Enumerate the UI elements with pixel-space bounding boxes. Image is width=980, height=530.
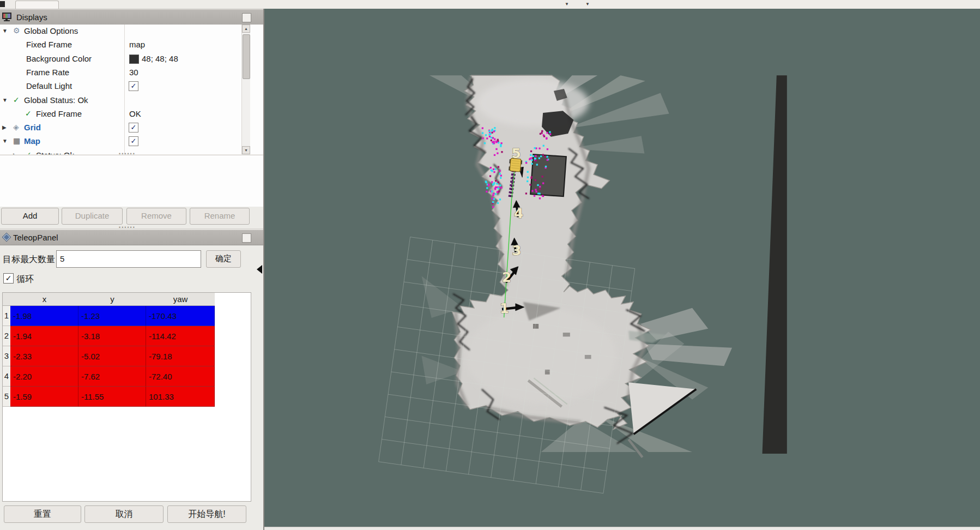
add-button[interactable]: Add xyxy=(1,208,59,225)
chevron-down-icon[interactable]: ▼ xyxy=(2,97,8,103)
teleop-panel-header[interactable]: TeleopPanel xyxy=(0,230,263,245)
duplicate-button[interactable]: Duplicate xyxy=(62,208,123,225)
costmap-dot xyxy=(491,137,492,138)
tree-row-value[interactable]: 48; 48; 48 xyxy=(142,54,178,63)
dropdown-arrow-icon[interactable]: ▼ xyxy=(585,2,590,7)
table-row-number[interactable]: 2 xyxy=(3,326,11,346)
tree-row-value[interactable]: OK xyxy=(129,109,141,118)
displays-tree[interactable]: ▼⚙Global OptionsFixed FramemapBackground… xyxy=(0,25,263,154)
table-header-yaw[interactable]: yaw xyxy=(146,293,215,306)
costmap-dot xyxy=(493,130,495,132)
tree-row-background-color[interactable]: Background Color48; 48; 48 xyxy=(0,52,263,66)
rename-button[interactable]: Rename xyxy=(190,208,250,225)
reset-button[interactable]: 重置 xyxy=(4,505,81,523)
loop-checkbox[interactable]: ✓ xyxy=(3,273,14,284)
start-navigation-button[interactable]: 开始导航! xyxy=(167,505,246,523)
tree-row-default-light[interactable]: Default Light✓ xyxy=(0,80,263,93)
costmap-dot xyxy=(545,156,546,158)
chevron-down-icon[interactable]: ▼ xyxy=(2,138,8,144)
table-cell-yaw[interactable]: -170.43 xyxy=(146,306,215,326)
costmap-dot xyxy=(498,182,499,183)
loop-label: 循环 xyxy=(16,274,34,285)
panel-float-button[interactable] xyxy=(242,13,251,22)
dropdown-arrow-icon[interactable]: ▼ xyxy=(565,2,569,7)
table-cell-y[interactable]: -3.18 xyxy=(78,326,146,346)
costmap-dot xyxy=(539,197,541,199)
tree-row-fixed-frame[interactable]: Fixed Framemap xyxy=(0,38,263,52)
scrollbar-thumb[interactable] xyxy=(243,34,250,79)
table-cell-x[interactable]: -2.33 xyxy=(10,346,78,366)
table-row-number[interactable]: 4 xyxy=(3,366,11,387)
tree-row-label: Frame Rate xyxy=(26,68,69,77)
confirm-button[interactable]: 确定 xyxy=(206,250,241,268)
toolbar-tab[interactable] xyxy=(15,1,59,9)
chevron-right-icon[interactable]: ▶ xyxy=(2,124,7,130)
costmap-dot xyxy=(542,154,544,155)
tree-scrollbar[interactable]: ▲ ▼ xyxy=(241,25,250,154)
color-swatch[interactable] xyxy=(129,55,139,64)
3d-viewport[interactable]: 12345 xyxy=(264,9,980,527)
tree-row-global-options[interactable]: ▼⚙Global Options xyxy=(0,25,263,38)
scroll-up-icon[interactable]: ▲ xyxy=(242,25,250,33)
table-header-y[interactable]: y xyxy=(78,293,146,306)
panel-float-button[interactable] xyxy=(242,233,251,243)
table-cell-yaw[interactable]: -79.18 xyxy=(146,346,215,366)
table-cell-yaw[interactable]: -72.40 xyxy=(146,366,215,387)
costmap-dot xyxy=(494,168,496,170)
tree-row-map[interactable]: ▼▦Map✓ xyxy=(0,135,263,148)
tree-row-value[interactable]: map xyxy=(129,40,145,49)
table-header-x[interactable]: x xyxy=(10,293,78,306)
table-row-number[interactable]: 1 xyxy=(3,306,11,326)
enabled-checkbox[interactable]: ✓ xyxy=(129,81,138,91)
scroll-down-icon[interactable]: ▼ xyxy=(242,146,250,154)
costmap-dot xyxy=(497,202,499,204)
panel-viewport-divider[interactable] xyxy=(263,9,264,530)
splitter-handle[interactable]: •••••• xyxy=(119,153,130,155)
table-cell-y[interactable]: -11.55 xyxy=(78,387,146,407)
tree-row-value[interactable]: 30 xyxy=(129,68,138,77)
cancel-button[interactable]: 取消 xyxy=(84,505,164,523)
enabled-checkbox[interactable]: ✓ xyxy=(129,136,138,146)
displays-panel-header[interactable]: Displays xyxy=(0,9,263,25)
tree-row-global-status-ok[interactable]: ▼✓Global Status: Ok xyxy=(0,94,263,107)
tree-row-label: Fixed Frame xyxy=(36,109,82,118)
viewport-dark-edge xyxy=(763,75,787,454)
costmap-dot xyxy=(493,168,494,170)
displays-panel-icon xyxy=(2,13,13,21)
table-cell-x[interactable]: -2.20 xyxy=(10,366,78,387)
table-cell-y[interactable]: -1.23 xyxy=(78,306,146,326)
chevron-down-icon[interactable]: ▼ xyxy=(2,28,8,34)
table-cell-y[interactable]: -5.02 xyxy=(78,346,146,366)
costmap-dot xyxy=(545,166,547,167)
remove-button[interactable]: Remove xyxy=(126,208,186,225)
tree-row-grid[interactable]: ▶◈Grid✓ xyxy=(0,121,263,135)
splitter-handle[interactable]: •••••• xyxy=(119,227,130,228)
waypoint-table[interactable]: xyyaw1-1.98-1.23-170.432-1.94-3.18-114.4… xyxy=(2,292,251,502)
table-cell-x[interactable]: -1.59 xyxy=(10,387,78,407)
enabled-checkbox[interactable]: ✓ xyxy=(129,123,138,132)
costmap-dot xyxy=(546,156,548,158)
table-row-number[interactable]: 3 xyxy=(3,346,11,366)
bottom-strip xyxy=(264,527,980,530)
costmap-dot xyxy=(497,139,499,141)
table-cell-x[interactable]: -1.98 xyxy=(10,306,78,326)
chevron-right-icon[interactable]: ▶ xyxy=(13,152,17,154)
costmap-dot xyxy=(530,154,531,156)
tree-row-label: Grid xyxy=(24,123,41,132)
costmap-dot xyxy=(495,180,497,182)
table-cell-x[interactable]: -1.94 xyxy=(10,326,78,346)
table-cell-yaw[interactable]: 101.33 xyxy=(146,387,215,407)
table-cell-y[interactable]: -7.62 xyxy=(78,366,146,387)
costmap-dot xyxy=(535,179,536,181)
costmap-dot xyxy=(499,173,501,174)
costmap-dot xyxy=(495,141,497,143)
table-cell-yaw[interactable]: -114.42 xyxy=(146,326,215,346)
table-row-number[interactable]: 5 xyxy=(3,387,11,407)
check-icon: ✓ xyxy=(13,95,20,104)
tree-row-frame-rate[interactable]: Frame Rate30 xyxy=(0,66,263,80)
tree-row-fixed-frame[interactable]: ✓Fixed FrameOK xyxy=(0,107,263,121)
displays-empty-area xyxy=(0,155,263,207)
max-goal-input[interactable]: 5 xyxy=(56,250,201,268)
grid-icon: ◈ xyxy=(13,123,19,131)
panel-collapse-icon[interactable] xyxy=(257,265,262,274)
